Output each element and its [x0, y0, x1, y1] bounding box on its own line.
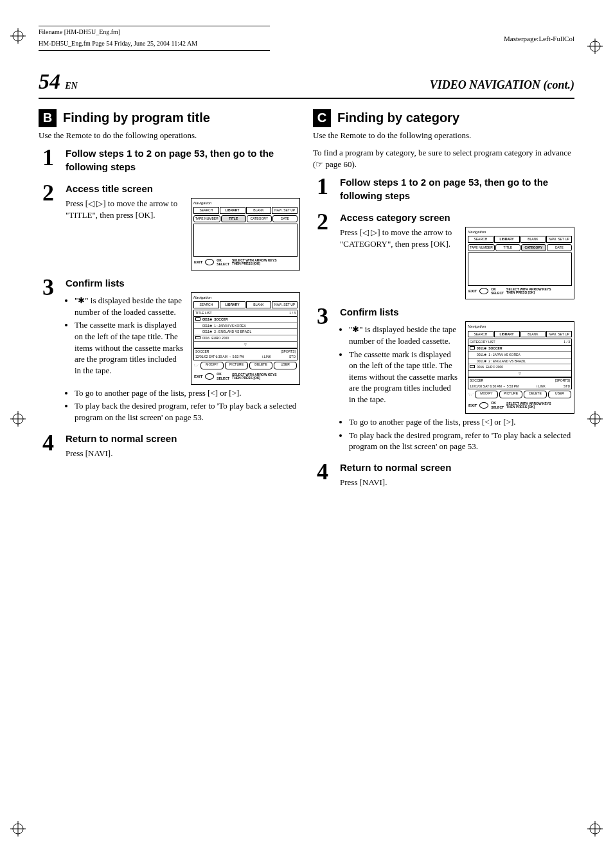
- diagram-button: MODIFY: [475, 391, 498, 398]
- list-code: 0011✱: [477, 359, 486, 364]
- section-title: VIDEO NAVIGATION (cont.): [430, 77, 574, 93]
- step-title: Return to normal screen: [66, 432, 300, 445]
- info-date: 12/01/02 SAT 6:30 AM → 5:53 PM: [195, 355, 244, 359]
- hint-line: THEN PRESS [OK]: [232, 376, 260, 380]
- diagram-tab: LIBRARY: [494, 331, 520, 338]
- list-code: 0011✱: [477, 346, 486, 351]
- joystick-icon: [479, 402, 488, 409]
- intro-b: Use the Remote to do the following opera…: [39, 130, 300, 141]
- step-title: Access title screen: [66, 182, 300, 195]
- osd-diagram: Navigation SEARCH LIBRARY BLANK NAVI. SE…: [191, 198, 300, 270]
- diagram-button: MODIFY: [200, 362, 224, 369]
- exit-label: EXIT: [194, 260, 202, 265]
- info-date: 12/01/02 SAT 6:30 AM → 5:53 PM: [470, 384, 519, 389]
- diagram-subtab: TAPE NUMBER: [193, 215, 220, 222]
- diagram-subtab: TAPE NUMBER: [468, 244, 495, 251]
- osd-diagram: Navigation SEARCH LIBRARY BLANK NAVI. SE…: [191, 292, 300, 384]
- section-letter-c: C: [313, 109, 331, 127]
- select-label: SELECT: [217, 376, 229, 380]
- registration-mark-icon: [587, 411, 603, 430]
- step-text: Press [NAVI].: [66, 448, 300, 459]
- page-indicator: 1 / 3: [289, 311, 296, 315]
- select-label: SELECT: [217, 262, 229, 266]
- hint-line: THEN PRESS [OK]: [232, 261, 260, 265]
- joystick-icon: [205, 373, 214, 380]
- diagram-subtab: TITLE: [221, 215, 246, 222]
- bullet-item: "✱" is displayed beside the tape number …: [349, 324, 458, 346]
- osd-diagram: Navigation SEARCH LIBRARY BLANK NAVI. SE…: [465, 321, 574, 413]
- diagram-tab: SEARCH: [193, 207, 219, 214]
- diagram-tab: BLANK: [246, 207, 272, 214]
- joystick-icon: [479, 288, 488, 294]
- exit-label: EXIT: [194, 374, 202, 379]
- step-number: 2: [313, 211, 332, 299]
- cassette-mark-icon: [195, 317, 200, 321]
- hint-line: THEN PRESS [OK]: [506, 405, 535, 409]
- osd-diagram: Navigation SEARCH LIBRARY BLANK NAVI. SE…: [465, 227, 574, 299]
- ok-label: OK: [491, 401, 496, 405]
- step-number: 1: [313, 176, 332, 205]
- ok-label: OK: [491, 287, 496, 291]
- step-text: Press [NAVI].: [340, 477, 574, 488]
- diagram-tab: BLANK: [520, 331, 546, 338]
- diagram-tab: LIBRARY: [494, 236, 520, 243]
- step-title: Return to normal screen: [340, 461, 574, 474]
- list-head: CATEGORY LIST: [470, 340, 495, 344]
- step-number: 4: [39, 432, 58, 459]
- diagram-tab: SEARCH: [468, 236, 493, 243]
- select-label: SELECT: [491, 405, 504, 409]
- intro-c-2: To find a program by category, be sure t…: [313, 147, 574, 170]
- ok-label: OK: [217, 258, 222, 262]
- list-code: 0011✱: [477, 353, 486, 357]
- step-text: Press [◁ ▷] to move the arrow to "TITLE"…: [66, 198, 183, 220]
- list-title: SOCCER: [488, 346, 502, 351]
- info-title: SOCCER: [195, 350, 209, 354]
- section-heading-c: Finding by category: [337, 109, 459, 127]
- diagram-tab: LIBRARY: [220, 301, 245, 308]
- diagram-nav-label: Navigation: [468, 324, 572, 329]
- page-number: 54 EN: [39, 67, 78, 96]
- diagram-nav-label: Navigation: [193, 295, 298, 300]
- diagram-tab: NAVI. SET UP: [546, 331, 572, 338]
- list-title: EURO 2000: [211, 336, 229, 341]
- diagram-subtab: CATEGORY: [521, 244, 546, 251]
- step-title: Access category screen: [340, 211, 574, 224]
- diagram-button: DELETE: [524, 391, 547, 398]
- hint-line: THEN PRESS [OK]: [506, 290, 535, 294]
- diagram-button: USER: [274, 362, 297, 369]
- step-number: 2: [39, 182, 58, 270]
- step-title: Confirm lists: [66, 277, 300, 290]
- diagram-tab: SEARCH: [468, 331, 493, 338]
- bullet-item: "✱" is displayed beside the tape number …: [75, 295, 183, 317]
- bullet-item: The cassette mark is displayed on the le…: [75, 319, 183, 376]
- diagram-button: PICTURE: [225, 362, 248, 369]
- step-title: Follow steps 1 to 2 on page 53, then go …: [66, 147, 300, 173]
- list-code: 0011✱: [202, 324, 212, 328]
- joystick-icon: [205, 259, 214, 265]
- list-code: 0011✱: [202, 317, 212, 322]
- column-right: C Finding by category Use the Remote to …: [313, 105, 574, 495]
- info-std: STD: [564, 384, 570, 389]
- diagram-nav-label: Navigation: [193, 200, 298, 206]
- bullet-item: To go to another page of the lists, pres…: [75, 387, 300, 399]
- info-cat: [SPORTS]: [281, 350, 296, 354]
- diagram-tab: NAVI. SET UP: [546, 236, 572, 243]
- exit-label: EXIT: [468, 403, 477, 408]
- section-letter-b: B: [39, 109, 57, 127]
- diagram-subtab: CATEGORY: [247, 215, 272, 222]
- list-title: SOCCER: [214, 317, 227, 322]
- step-title: Follow steps 1 to 2 on page 53, then go …: [340, 176, 574, 202]
- diagram-tab: BLANK: [246, 301, 272, 308]
- section-heading-b: Finding by program title: [63, 109, 210, 127]
- registration-mark-icon: [10, 411, 26, 430]
- pointer-icon: ☞: [315, 159, 323, 169]
- registration-mark-icon: [587, 39, 603, 57]
- ok-label: OK: [217, 372, 222, 376]
- step-title: Confirm lists: [340, 306, 574, 319]
- cassette-mark-icon: [470, 365, 475, 368]
- page-indicator: 1 / 3: [564, 340, 570, 344]
- list-code: 0016: [477, 365, 484, 369]
- list-code: 0011✱: [202, 330, 212, 334]
- info-title: SOCCER: [470, 378, 483, 383]
- bullet-item: To play back the desired program, refer …: [349, 430, 574, 452]
